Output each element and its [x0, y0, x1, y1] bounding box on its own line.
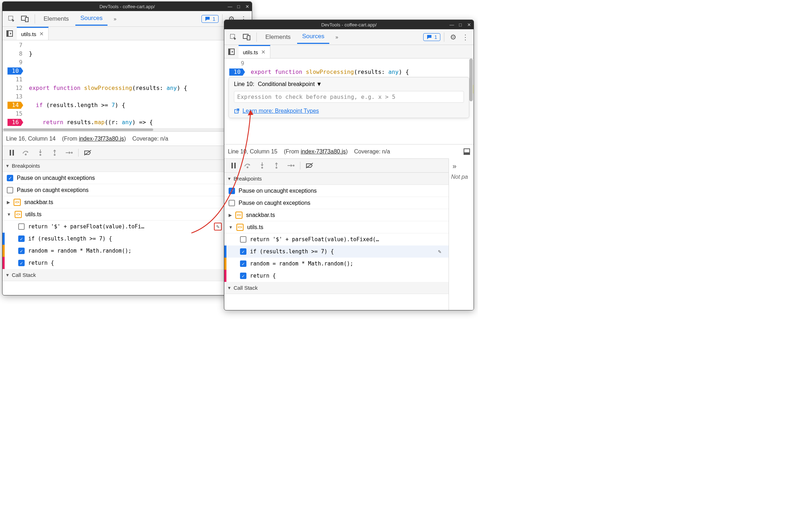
step-button[interactable] [284, 160, 297, 171]
device-icon[interactable] [241, 31, 253, 43]
breakpoint-item[interactable]: ✓ random = random * Math.random(); 14 [224, 258, 474, 270]
breakpoint-marker[interactable]: 16 [8, 119, 23, 126]
pause-button[interactable] [5, 147, 18, 158]
gear-icon[interactable]: ⚙ [448, 33, 459, 41]
close-icon[interactable]: ✕ [245, 4, 250, 9]
line-gutter[interactable]: 7 8 9 10 11 12 13 14 15 16 [2, 40, 26, 128]
callstack-header[interactable]: ▼ Call Stack [2, 269, 252, 281]
step-into-button[interactable] [256, 160, 269, 171]
tab-elements[interactable]: Elements [260, 31, 296, 44]
breakpoints-header[interactable]: ▼ Breakpoints [2, 160, 252, 172]
inspect-icon[interactable] [227, 31, 239, 43]
inspect-icon[interactable] [5, 13, 18, 25]
tab-sources[interactable]: Sources [75, 12, 108, 26]
pencil-icon[interactable]: ✎ [214, 223, 222, 230]
source-link[interactable]: index-73f73a80.js [79, 136, 124, 142]
step-over-button[interactable] [20, 147, 32, 158]
file-label: utils.ts [247, 224, 263, 230]
file-tab-utils[interactable]: utils.ts ✕ [239, 45, 270, 58]
window-title: DevTools - coffee-cart.app/ [99, 4, 155, 9]
checkbox[interactable]: ✓ [240, 248, 246, 255]
separator [256, 32, 257, 42]
horizontal-scrollbar[interactable] [2, 128, 252, 131]
maximize-icon[interactable]: □ [458, 22, 463, 27]
learn-more-link[interactable]: Learn more: Breakpoint Types [242, 108, 319, 114]
bp-file-utils[interactable]: ▼ <> utils.ts [2, 208, 252, 221]
chevron-down-icon: ▼ [7, 212, 11, 217]
step-out-button[interactable] [270, 160, 283, 171]
row-label: Pause on uncaught exceptions [17, 175, 95, 181]
bp-text: if (results.length >= 7) { [28, 235, 233, 242]
breakpoint-item[interactable]: ✓ if (results.length >= 7) { 10 [2, 233, 252, 245]
dock-icon[interactable] [464, 148, 470, 155]
close-icon[interactable]: ✕ [261, 49, 266, 55]
checkbox[interactable] [240, 236, 246, 243]
issues-badge[interactable]: 1 [423, 33, 440, 41]
checkbox[interactable]: ✓ [229, 188, 235, 194]
source-link[interactable]: index-73f73a80.js [301, 148, 346, 154]
navigator-toggle-icon[interactable] [224, 49, 239, 55]
breakpoint-item[interactable]: ✓ if (results.length >= 7) { ✎ ✕ 10 [224, 245, 474, 258]
tab-sources[interactable]: Sources [297, 30, 329, 44]
tab-elements[interactable]: Elements [39, 12, 74, 25]
checkbox[interactable] [18, 223, 25, 230]
breakpoint-item[interactable]: ✓ random = random * Math.random(); 14 [2, 245, 252, 257]
bp-file-snackbar[interactable]: ▶ <> snackbar.ts [2, 196, 252, 208]
file-tab-utils[interactable]: utils.ts ✕ [17, 27, 49, 40]
step-out-button[interactable] [48, 147, 61, 158]
breakpoint-marker[interactable]: 10 [8, 67, 23, 75]
device-icon[interactable] [19, 13, 31, 25]
checkbox[interactable]: ✓ [18, 235, 25, 242]
more-tabs-icon[interactable]: » [109, 13, 121, 25]
step-button[interactable] [62, 147, 75, 158]
svg-rect-6 [12, 150, 14, 156]
breakpoint-marker[interactable]: 14 [8, 102, 23, 109]
checkbox[interactable]: ✓ [18, 248, 25, 254]
checkbox[interactable] [229, 200, 235, 206]
minimize-icon[interactable]: — [449, 22, 454, 27]
step-into-button[interactable] [34, 147, 47, 158]
svg-point-7 [25, 154, 27, 156]
minimize-icon[interactable]: — [228, 4, 232, 9]
more-tabs-icon[interactable]: » [449, 158, 474, 174]
checkbox[interactable]: ✓ [18, 260, 25, 266]
breakpoint-item[interactable]: return '$' + parseFloat(value).toFixed(…… [224, 233, 474, 245]
pause-button[interactable] [227, 160, 240, 171]
deactivate-breakpoints-button[interactable] [303, 160, 316, 171]
bp-file-snackbar[interactable]: ▶ <> snackbar.ts [224, 209, 474, 221]
breakpoint-item[interactable]: return '$' + parseFloat(value).toFi… ✎ ✕… [2, 221, 252, 233]
close-icon[interactable]: ✕ [466, 22, 471, 27]
checkbox[interactable]: ✓ [240, 273, 246, 279]
message-icon [426, 34, 432, 40]
checkbox[interactable] [7, 187, 13, 193]
checkbox[interactable]: ✓ [7, 175, 13, 181]
pause-caught-row[interactable]: Pause on caught exceptions [224, 197, 474, 209]
deactivate-breakpoints-button[interactable] [81, 147, 94, 158]
callstack-header[interactable]: ▼ Call Stack [224, 282, 474, 294]
breakpoints-header[interactable]: ▼ Breakpoints [224, 173, 474, 185]
step-over-button[interactable] [241, 160, 254, 171]
more-tabs-icon[interactable]: » [331, 31, 343, 43]
navigator-toggle-icon[interactable] [2, 30, 17, 37]
condition-input[interactable]: Expression to check before pausing, e.g.… [234, 91, 464, 103]
code-editor[interactable]: 7 8 9 10 11 12 13 14 15 16 } export func… [2, 40, 252, 128]
breakpoint-marker[interactable]: 10 [229, 69, 245, 76]
breakpoint-item[interactable]: ✓ return { 16 [224, 270, 474, 282]
breakpoint-item[interactable]: ✓ return { 16 [2, 257, 252, 269]
close-icon[interactable]: ✕ [39, 31, 44, 37]
cursor-position: Line 16, Column 14 [6, 136, 56, 142]
code-content[interactable]: } export function slowProcessing(results… [26, 40, 252, 128]
pause-uncaught-row[interactable]: ✓ Pause on uncaught exceptions [2, 172, 252, 184]
breakpoint-type-dropdown[interactable]: Conditional breakpoint ▼ [258, 81, 322, 87]
pause-uncaught-row[interactable]: ✓ Pause on uncaught exceptions [224, 185, 474, 197]
maximize-icon[interactable]: □ [236, 4, 241, 9]
separator [444, 32, 444, 42]
pause-caught-row[interactable]: Pause on caught exceptions [2, 184, 252, 196]
pencil-icon[interactable]: ✎ [436, 248, 444, 255]
kebab-icon[interactable]: ⋮ [460, 33, 471, 41]
checkbox[interactable]: ✓ [240, 260, 246, 267]
vertical-scrollbar[interactable] [469, 59, 473, 101]
issues-badge[interactable]: 1 [201, 15, 219, 23]
code-editor[interactable]: 9 10 export function slowProcessing(resu… [224, 59, 474, 144]
bp-file-utils[interactable]: ▼ <> utils.ts [224, 221, 474, 233]
